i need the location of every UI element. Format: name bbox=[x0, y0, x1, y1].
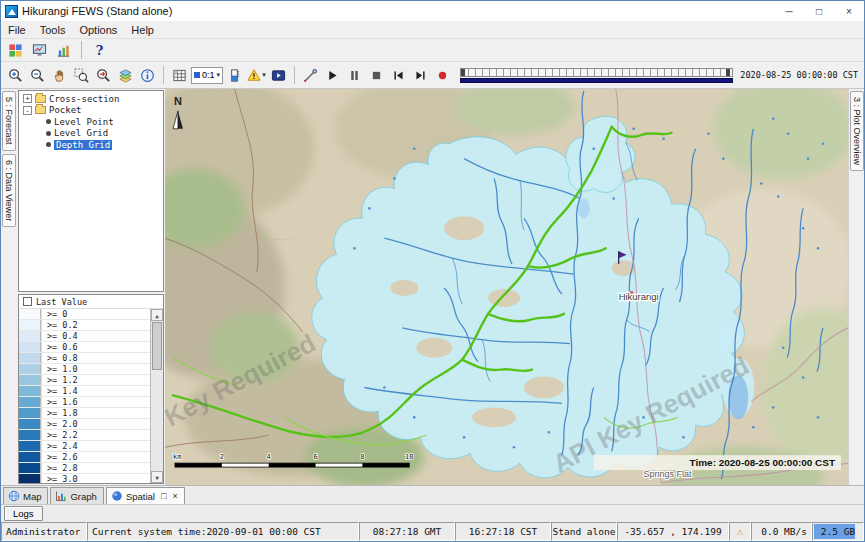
gauge-button[interactable] bbox=[224, 65, 245, 85]
tree-node-label[interactable]: Pocket bbox=[49, 105, 82, 115]
spatial-icon bbox=[111, 490, 123, 502]
expander-icon[interactable]: + bbox=[23, 94, 32, 103]
app-icon bbox=[5, 5, 18, 18]
zoom-out-button[interactable] bbox=[27, 65, 48, 85]
tree-node-label-selected[interactable]: Depth Grid bbox=[54, 140, 112, 150]
stop-button[interactable] bbox=[366, 65, 387, 85]
map-toolbar: 0:1 ▾ ▾ bbox=[1, 62, 864, 89]
menu-tools[interactable]: Tools bbox=[33, 21, 73, 39]
close-button[interactable]: × bbox=[834, 1, 864, 21]
legend-entry: >= 1.4 bbox=[19, 386, 150, 397]
play-button[interactable] bbox=[322, 65, 343, 85]
legend-swatch bbox=[19, 397, 41, 407]
timeline-start-marker[interactable] bbox=[461, 69, 465, 76]
time-navigator-bar[interactable] bbox=[460, 78, 733, 83]
menu-options[interactable]: Options bbox=[72, 21, 124, 39]
maximize-button[interactable]: □ bbox=[804, 1, 834, 21]
legend-title: Last Value bbox=[36, 297, 87, 307]
explorer-icon[interactable] bbox=[5, 40, 26, 60]
layer-ratio-value: 0:1 bbox=[202, 70, 215, 80]
pan-hand-button[interactable] bbox=[49, 65, 70, 85]
svg-text:Time: 2020-08-25 00:00:00 CST: Time: 2020-08-25 00:00:00 CST bbox=[690, 457, 835, 468]
timeline-slider[interactable] bbox=[460, 65, 733, 85]
chevron-down-icon: ▾ bbox=[262, 71, 266, 79]
legend-entry: >= 3.0 bbox=[19, 474, 150, 483]
tree-node-level-grid[interactable]: Level Grid bbox=[20, 128, 162, 140]
dock-tab-plot-overview[interactable]: 3 : Plot Overview bbox=[850, 91, 864, 171]
svg-text:4: 4 bbox=[267, 453, 271, 461]
legend-swatch bbox=[19, 386, 41, 396]
step-forward-button[interactable] bbox=[410, 65, 431, 85]
info-button[interactable] bbox=[137, 65, 158, 85]
dock-tab-forecast[interactable]: 5 : Forecast bbox=[2, 91, 16, 151]
expander-icon[interactable]: - bbox=[23, 106, 32, 115]
legend-entry: >= 2.0 bbox=[19, 419, 150, 430]
zoom-box-button[interactable] bbox=[71, 65, 92, 85]
zoom-in-button[interactable] bbox=[5, 65, 26, 85]
dock-tab-data-viewer[interactable]: 6 : Data Viewer bbox=[2, 154, 16, 227]
legend-swatch bbox=[19, 375, 41, 385]
layers-tree[interactable]: + Cross-section - Pocket Level Point Lev… bbox=[18, 90, 164, 292]
layers-button[interactable] bbox=[115, 65, 136, 85]
map-time-label: Time: 2020-08-25 00:00:00 CST bbox=[594, 455, 841, 470]
node-bullet-icon bbox=[46, 131, 51, 136]
legend-entry: >= 2.8 bbox=[19, 463, 150, 474]
step-back-button[interactable] bbox=[388, 65, 409, 85]
status-mode: Stand alone bbox=[551, 522, 617, 541]
legend-swatch bbox=[19, 342, 41, 352]
label-springs-flat: Springs Flat bbox=[644, 469, 692, 479]
grid-layer-button[interactable] bbox=[169, 65, 190, 85]
zoom-previous-button[interactable] bbox=[93, 65, 114, 85]
menu-file[interactable]: File bbox=[1, 21, 33, 39]
folder-icon bbox=[35, 95, 46, 103]
spatial-close-icon[interactable]: × bbox=[172, 491, 177, 501]
scroll-down-icon[interactable]: ▼ bbox=[151, 471, 163, 483]
record-button[interactable] bbox=[432, 65, 453, 85]
chart-display-icon[interactable] bbox=[53, 40, 74, 60]
tree-node-level-point[interactable]: Level Point bbox=[20, 116, 162, 128]
spatial-maximize-icon[interactable]: □ bbox=[161, 491, 166, 501]
warning-icon[interactable]: ⚠ bbox=[729, 522, 751, 541]
legend-entry: >= 0 bbox=[19, 309, 150, 320]
warning-filter-button[interactable]: ▾ bbox=[246, 65, 267, 85]
layer-ratio-combo[interactable]: 0:1 ▾ bbox=[191, 67, 223, 84]
animation-export-button[interactable] bbox=[268, 65, 289, 85]
last-value-checkbox[interactable] bbox=[23, 297, 32, 306]
timeline-ticks[interactable] bbox=[460, 68, 733, 77]
scrollbar-track[interactable] bbox=[151, 321, 163, 471]
pause-button[interactable] bbox=[344, 65, 365, 85]
tree-node-pocket[interactable]: - Pocket bbox=[20, 105, 162, 117]
logs-button[interactable]: Logs bbox=[4, 506, 43, 521]
tree-node-label[interactable]: Level Grid bbox=[54, 128, 108, 138]
legend-swatch bbox=[19, 474, 41, 483]
scroll-up-icon[interactable]: ▲ bbox=[151, 309, 163, 321]
map-canvas[interactable]: API Key Required API Key Required N Hiku… bbox=[165, 89, 848, 485]
svg-text:2: 2 bbox=[220, 453, 224, 461]
title-bar: Hikurangi FEWS (Stand alone) ─ □ × bbox=[1, 1, 864, 21]
tab-graph[interactable]: Graph bbox=[50, 487, 103, 504]
layer-color-swatch bbox=[194, 72, 200, 78]
legend-scrollbar[interactable]: ▲ ▼ bbox=[150, 309, 163, 483]
help-button[interactable]: ? bbox=[89, 40, 110, 60]
scrollbar-thumb[interactable] bbox=[152, 322, 162, 370]
legend-swatch bbox=[19, 408, 41, 418]
legend-list: >= 0 >= 0.2 >= 0.4 >= 0.6 >= 0.8 >= 1.0 … bbox=[19, 309, 150, 483]
menu-help[interactable]: Help bbox=[124, 21, 161, 39]
tree-node-cross-section[interactable]: + Cross-section bbox=[20, 93, 162, 105]
display-icon[interactable] bbox=[29, 40, 50, 60]
bottom-tab-bar: Map Graph Spatial □ × bbox=[1, 485, 864, 504]
map-viewport[interactable]: API Key Required API Key Required N Hiku… bbox=[165, 89, 848, 485]
left-dock-strip: 5 : Forecast 6 : Data Viewer bbox=[1, 89, 17, 485]
legend-swatch bbox=[19, 309, 41, 319]
legend-entry: >= 2.6 bbox=[19, 452, 150, 463]
tree-node-label[interactable]: Cross-section bbox=[49, 94, 119, 104]
tab-spatial[interactable]: Spatial □ × bbox=[106, 487, 185, 504]
tree-node-label[interactable]: Level Point bbox=[54, 117, 114, 127]
tree-node-depth-grid[interactable]: Depth Grid bbox=[20, 139, 162, 151]
profile-tool-button[interactable] bbox=[300, 65, 321, 85]
chevron-down-icon: ▾ bbox=[217, 71, 221, 79]
status-memory: 2.5 GB bbox=[812, 522, 864, 541]
timeline-end-marker[interactable] bbox=[726, 69, 730, 76]
tab-map[interactable]: Map bbox=[3, 487, 48, 504]
minimize-button[interactable]: ─ bbox=[774, 1, 804, 21]
